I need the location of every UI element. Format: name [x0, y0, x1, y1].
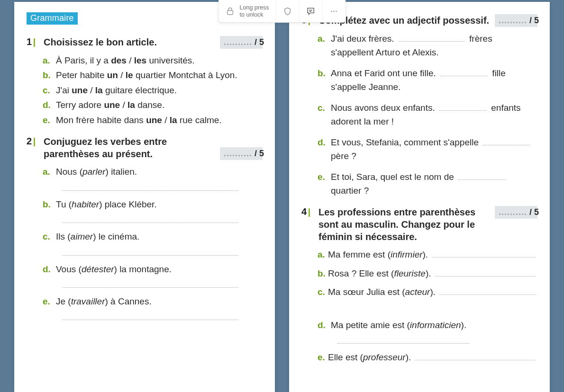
exercise-1-items: a.À Paris, il y a des / les universités.… — [43, 53, 263, 127]
top-toolbar: Long press to unlock — [218, 0, 346, 23]
list-item: a.À Paris, il y a des / les universités. — [43, 53, 263, 67]
list-item: d.Vous (détester) la montagne. — [43, 262, 263, 276]
list-item: d.Terry adore une / la danse. — [43, 98, 263, 112]
score-box[interactable]: .......... / 5 — [220, 36, 263, 49]
more-icon — [329, 7, 338, 16]
exercise-1-header: 1 Choisissez le bon article. .......... … — [27, 36, 263, 49]
blank-field[interactable] — [458, 171, 506, 179]
list-item: d.Et vous, Stefania, comment s'appelle p… — [318, 135, 537, 163]
exercise-number: 1 — [27, 36, 40, 49]
blank-field[interactable] — [440, 68, 488, 76]
list-item: b.Anna et Farid ont une fille. fille s'a… — [318, 66, 537, 94]
more-button[interactable] — [322, 0, 345, 22]
exercise-3-items: a.J'ai deux frères. frères s'appellent A… — [318, 32, 537, 197]
svg-point-5 — [336, 10, 337, 12]
exercise-title: Conjuguez les verbes entre parenthèses a… — [44, 135, 216, 160]
list-item: e.Mon frère habite dans une / la rue cal… — [43, 113, 263, 127]
list-item: e.Elle est (professeur). — [318, 350, 537, 364]
answer-line[interactable] — [63, 190, 238, 191]
exercise-number: 2 — [27, 135, 40, 160]
svg-rect-0 — [227, 10, 233, 14]
score-box[interactable]: .......... / 5 — [495, 206, 537, 219]
blank-field[interactable] — [432, 249, 536, 258]
list-item: a.J'ai deux frères. frères s'appellent A… — [318, 32, 537, 60]
exercise-title: Choisissez le bon article. — [44, 36, 216, 49]
blank-field[interactable] — [439, 103, 487, 111]
exercise-2-items: a.Nous (parler) italien. b.Tu (habiter) … — [43, 165, 263, 320]
answer-line[interactable] — [63, 287, 238, 288]
blank-field[interactable] — [399, 34, 465, 42]
exercise-title: Les professions entre parenthèses sont a… — [318, 206, 491, 243]
blank-field[interactable] — [435, 268, 536, 276]
svg-point-3 — [331, 10, 332, 12]
shield-button[interactable] — [276, 0, 299, 22]
svg-point-4 — [333, 10, 335, 12]
answer-line[interactable] — [63, 320, 238, 320]
list-item: e.Je (travailler) à Cannes. — [43, 294, 263, 308]
lock-icon — [226, 7, 235, 16]
list-item: a.Nous (parler) italien. — [43, 165, 263, 178]
answer-line[interactable] — [63, 223, 238, 223]
right-page: 3 Complétez avec un adjectif possessif. … — [289, 2, 550, 392]
list-item: c.Ma sœur Julia est (acteur). — [318, 285, 537, 299]
list-item: b.Tu (habiter) place Kléber. — [43, 197, 263, 211]
list-item: c.Nous avons deux enfants. enfants adore… — [318, 101, 537, 129]
comment-button[interactable] — [299, 0, 322, 22]
list-item: a.Ma femme est (infirmier). — [318, 248, 537, 261]
list-item: c.Ils (aimer) le cinéma. — [43, 230, 263, 243]
blank-field[interactable] — [439, 287, 536, 295]
exercise-number: 4 — [301, 206, 315, 243]
section-tag: Grammaire — [27, 12, 78, 25]
answer-line[interactable] — [337, 343, 469, 344]
list-item: e.Et toi, Sara, quel est le nom de quart… — [318, 170, 537, 198]
list-item: b.Rosa ? Elle est (fleuriste). — [318, 267, 537, 280]
list-item: d.Ma petite amie est (informaticien). — [318, 318, 537, 332]
blank-field[interactable] — [483, 137, 530, 145]
comment-icon — [306, 7, 315, 16]
blank-field[interactable] — [415, 352, 536, 360]
score-box[interactable]: .......... / 5 — [495, 14, 537, 27]
unlock-label: Long press to unlock — [240, 4, 269, 18]
page-spread: Grammaire 1 Choisissez le bon article. .… — [14, 2, 550, 392]
exercise-2-header: 2 Conjuguez les verbes entre parenthèses… — [27, 135, 263, 160]
left-page: Grammaire 1 Choisissez le bon article. .… — [14, 2, 275, 392]
answer-line[interactable] — [63, 255, 238, 256]
exercise-4-items: a.Ma femme est (infirmier). b.Rosa ? Ell… — [318, 248, 537, 364]
list-item: b.Peter habite un / le quartier Montchat… — [43, 68, 263, 82]
score-box[interactable]: .......... / 5 — [220, 147, 263, 160]
shield-icon — [282, 7, 292, 16]
exercise-4-header: 4 Les professions entre parenthèses sont… — [301, 206, 537, 243]
unlock-button[interactable]: Long press to unlock — [219, 0, 276, 22]
list-item: c.J'ai une / la guitare électrique. — [43, 83, 263, 97]
